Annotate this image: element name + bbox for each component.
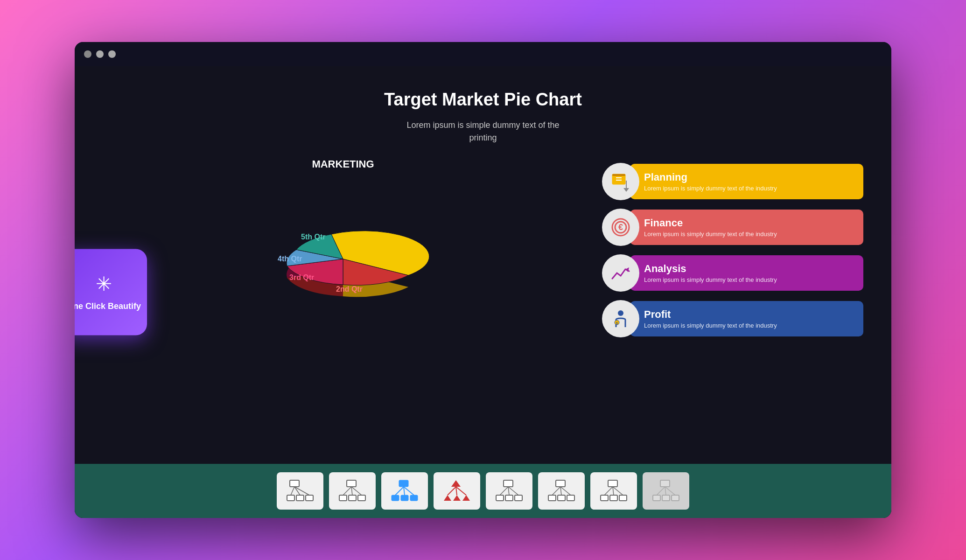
svg-line-51 xyxy=(552,487,560,495)
svg-rect-14 xyxy=(296,495,304,501)
svg-line-65 xyxy=(657,487,665,495)
svg-rect-41 xyxy=(496,495,504,501)
svg-rect-40 xyxy=(504,480,513,487)
pie-chart-svg: 1st Qtr 2nd Qtr 3rd Qtr 4th Qtr 5th Qtr xyxy=(250,180,436,320)
svg-rect-48 xyxy=(548,495,556,501)
svg-line-58 xyxy=(604,487,613,495)
svg-rect-47 xyxy=(556,480,565,487)
svg-line-44 xyxy=(500,487,508,495)
title-bar xyxy=(75,42,891,66)
svg-marker-5 xyxy=(623,188,629,192)
svg-line-60 xyxy=(613,487,623,495)
profit-desc: Lorem ipsum is simply dummy text of the … xyxy=(644,322,854,329)
ocb-badge: ✳ One Click Beautify xyxy=(75,249,147,336)
svg-line-31 xyxy=(404,487,405,495)
svg-line-18 xyxy=(294,487,309,495)
svg-rect-42 xyxy=(505,495,513,501)
svg-marker-33 xyxy=(451,480,461,487)
item-planning: Planning Lorem ipsum is simply dummy tex… xyxy=(602,163,863,200)
svg-line-25 xyxy=(351,487,362,495)
chart-section: MARKETING xyxy=(103,158,583,320)
svg-point-9 xyxy=(618,310,623,316)
svg-marker-35 xyxy=(453,495,461,501)
close-button[interactable] xyxy=(84,50,91,58)
toolbar-item-8[interactable] xyxy=(643,472,689,510)
svg-line-59 xyxy=(613,487,614,495)
minimize-button[interactable] xyxy=(96,50,104,58)
svg-line-46 xyxy=(508,487,518,495)
planning-title: Planning xyxy=(644,171,854,183)
svg-rect-26 xyxy=(399,480,408,487)
svg-rect-55 xyxy=(601,495,608,501)
label-4thqtr: 4th Qtr xyxy=(278,255,302,263)
svg-rect-27 xyxy=(392,495,399,501)
label-2ndqtr: 2nd Qtr xyxy=(336,285,363,293)
finance-title: Finance xyxy=(644,217,854,229)
svg-line-16 xyxy=(291,487,294,495)
toolbar-item-5[interactable] xyxy=(486,472,532,510)
svg-line-45 xyxy=(508,487,509,495)
toolbar-item-6[interactable] xyxy=(538,472,585,510)
svg-rect-1 xyxy=(612,174,625,176)
browser-window: ✳ One Click Beautify Target Market Pie C… xyxy=(75,42,891,518)
svg-rect-61 xyxy=(660,480,670,487)
svg-rect-56 xyxy=(610,495,617,501)
page-title: Target Market Pie Chart xyxy=(384,90,582,110)
svg-rect-22 xyxy=(358,495,365,501)
finance-card: Finance Lorem ipsum is simply dummy text… xyxy=(630,210,863,245)
svg-rect-15 xyxy=(306,495,313,501)
svg-line-66 xyxy=(665,487,666,495)
main-content: MARKETING xyxy=(75,158,891,464)
svg-rect-57 xyxy=(619,495,627,501)
toolbar-item-7[interactable] xyxy=(590,472,637,510)
svg-line-67 xyxy=(665,487,675,495)
analysis-desc: Lorem ipsum is simply dummy text of the … xyxy=(644,276,854,283)
svg-line-37 xyxy=(448,487,456,495)
finance-icon-circle: € xyxy=(602,209,639,246)
chart-label: MARKETING xyxy=(312,158,374,170)
window-content: ✳ One Click Beautify Target Market Pie C… xyxy=(75,66,891,518)
toolbar-item-4[interactable] xyxy=(434,472,480,510)
svg-line-52 xyxy=(560,487,561,495)
svg-text:$: $ xyxy=(616,322,618,325)
analysis-icon-circle xyxy=(602,254,639,292)
svg-line-30 xyxy=(395,487,404,495)
bottom-toolbar xyxy=(75,464,891,518)
finance-desc: Lorem ipsum is simply dummy text of the … xyxy=(644,231,854,238)
item-profit: $ Profit Lorem ipsum is simply dummy tex… xyxy=(602,300,863,337)
pie-chart-container: 1st Qtr 2nd Qtr 3rd Qtr 4th Qtr 5th Qtr xyxy=(250,180,436,320)
svg-text:€: € xyxy=(618,223,623,232)
svg-marker-36 xyxy=(462,495,470,501)
subtitle: Lorem ipsum is simple dummy text of the … xyxy=(406,119,559,144)
toolbar-item-2[interactable] xyxy=(329,472,376,510)
items-section: Planning Lorem ipsum is simply dummy tex… xyxy=(602,163,863,337)
svg-rect-49 xyxy=(558,495,565,501)
ocb-label: One Click Beautify xyxy=(75,301,141,312)
analysis-title: Analysis xyxy=(644,263,854,275)
item-analysis: Analysis Lorem ipsum is simply dummy tex… xyxy=(602,254,863,292)
toolbar-item-3[interactable] xyxy=(381,472,428,510)
svg-rect-43 xyxy=(515,495,522,501)
label-3rdqtr: 3rd Qtr xyxy=(289,273,314,281)
svg-rect-50 xyxy=(567,495,574,501)
svg-rect-13 xyxy=(287,495,294,501)
svg-rect-63 xyxy=(662,495,670,501)
planning-card: Planning Lorem ipsum is simply dummy tex… xyxy=(630,164,863,199)
planning-icon-circle xyxy=(602,163,639,200)
svg-rect-12 xyxy=(290,480,299,487)
profit-title: Profit xyxy=(644,308,854,321)
svg-rect-54 xyxy=(608,480,617,487)
profit-icon-circle: $ xyxy=(602,300,639,337)
toolbar-item-1[interactable] xyxy=(277,472,323,510)
svg-line-39 xyxy=(456,487,466,495)
svg-line-24 xyxy=(351,487,352,495)
item-finance: € Finance Lorem ipsum is simply dummy te… xyxy=(602,209,863,246)
svg-rect-62 xyxy=(653,495,660,501)
svg-rect-29 xyxy=(410,495,418,501)
svg-marker-34 xyxy=(444,495,451,501)
profit-card: Profit Lorem ipsum is simply dummy text … xyxy=(630,301,863,336)
label-1stqtr: 1st Qtr xyxy=(390,245,414,253)
label-5thqtr: 5th Qtr xyxy=(301,233,325,241)
maximize-button[interactable] xyxy=(108,50,116,58)
svg-line-23 xyxy=(343,487,351,495)
